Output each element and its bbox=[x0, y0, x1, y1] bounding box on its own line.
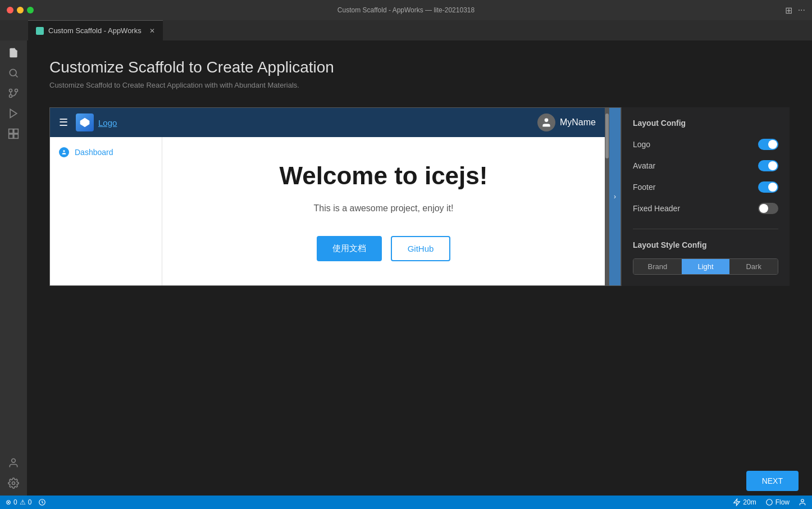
config-avatar-row: Avatar bbox=[633, 160, 778, 171]
scrollbar[interactable] bbox=[605, 108, 609, 285]
logo-toggle[interactable] bbox=[758, 139, 778, 150]
app-header: ☰ Logo bbox=[50, 108, 605, 137]
preview-container: ☰ Logo bbox=[49, 107, 790, 286]
account-icon[interactable] bbox=[6, 455, 21, 471]
style-brand-button[interactable]: Brand bbox=[633, 259, 682, 274]
svg-point-4 bbox=[15, 89, 18, 92]
welcome-buttons: 使用文档 GitHub bbox=[317, 236, 451, 261]
main-layout: Customize Scaffold to Create Application… bbox=[0, 40, 812, 496]
svg-marker-5 bbox=[10, 110, 17, 118]
svg-rect-7 bbox=[14, 129, 19, 134]
tab-close-button[interactable]: ✕ bbox=[149, 27, 155, 35]
footer-toggle[interactable] bbox=[758, 181, 778, 193]
run-icon[interactable] bbox=[6, 106, 21, 121]
config-logo-row: Logo bbox=[633, 139, 778, 150]
right-panel: Layout Config Logo Avatar bbox=[621, 107, 790, 286]
page-title: Customize Scaffold to Create Application bbox=[49, 58, 790, 76]
errors-indicator[interactable]: ⊗ 0 ⚠ 0 bbox=[6, 498, 31, 506]
user-avatar: MyName bbox=[537, 113, 596, 131]
svg-point-0 bbox=[10, 69, 16, 76]
source-control-icon[interactable] bbox=[6, 85, 21, 101]
avatar-image bbox=[537, 113, 555, 131]
active-tab[interactable]: Custom Scaffold - AppWorks ✕ bbox=[28, 20, 163, 40]
welcome-title: Welcome to icejs! bbox=[280, 162, 488, 190]
style-config-title: Layout Style Config bbox=[633, 240, 778, 249]
editor-content: Customize Scaffold to Create Application… bbox=[27, 40, 812, 496]
titlebar-title: Custom Scaffold - AppWorks — lite-202103… bbox=[337, 6, 475, 14]
tabbar: Custom Scaffold - AppWorks ✕ bbox=[0, 20, 812, 40]
more-actions-icon[interactable]: ··· bbox=[798, 5, 805, 16]
dashboard-icon bbox=[59, 147, 69, 157]
time-label: 20m bbox=[743, 498, 756, 506]
svg-line-1 bbox=[16, 75, 18, 78]
config-avatar-label: Avatar bbox=[633, 161, 655, 170]
style-light-button[interactable]: Light bbox=[682, 259, 730, 274]
style-dark-button[interactable]: Dark bbox=[729, 259, 778, 274]
toggle-knob bbox=[768, 140, 777, 149]
time-indicator: 20m bbox=[733, 498, 756, 506]
search-icon[interactable] bbox=[6, 65, 21, 81]
split-editor-icon[interactable]: ⊞ bbox=[785, 5, 792, 16]
svg-rect-6 bbox=[9, 129, 13, 134]
collapse-panel-button[interactable]: › bbox=[609, 108, 621, 285]
flow-indicator: Flow bbox=[765, 498, 790, 506]
svg-point-11 bbox=[12, 482, 15, 485]
titlebar-actions: ⊞ ··· bbox=[785, 5, 805, 16]
maximize-button[interactable] bbox=[27, 7, 34, 13]
app-sidebar: Dashboard bbox=[50, 137, 162, 285]
error-icon: ⊗ bbox=[6, 498, 11, 506]
scrollbar-thumb bbox=[605, 113, 609, 158]
app-main-content: Welcome to icejs! This is a awesome proj… bbox=[162, 137, 605, 285]
activity-bar-bottom bbox=[6, 455, 21, 496]
app-logo: Logo bbox=[76, 113, 117, 131]
svg-point-10 bbox=[12, 459, 16, 463]
history-icon[interactable] bbox=[38, 498, 46, 506]
app-body: Dashboard Welcome to icejs! This is a aw… bbox=[50, 137, 605, 285]
next-button-container: NEXT bbox=[746, 471, 799, 491]
titlebar: Custom Scaffold - AppWorks — lite-202103… bbox=[0, 0, 812, 20]
settings-icon[interactable] bbox=[6, 475, 21, 491]
preview-frame: ☰ Logo bbox=[50, 108, 605, 285]
svg-point-17 bbox=[801, 499, 804, 502]
tab-label: Custom Scaffold - AppWorks bbox=[48, 26, 142, 35]
files-icon[interactable] bbox=[6, 45, 21, 61]
warning-icon: ⚠ bbox=[20, 498, 26, 506]
error-count: 0 bbox=[13, 498, 17, 506]
menu-icon[interactable]: ☰ bbox=[59, 116, 68, 129]
activity-bar bbox=[0, 40, 27, 496]
svg-point-16 bbox=[766, 499, 772, 506]
tab-icon bbox=[36, 27, 44, 35]
github-button[interactable]: GitHub bbox=[391, 236, 451, 261]
minimize-button[interactable] bbox=[17, 7, 24, 13]
flow-label: Flow bbox=[775, 498, 790, 506]
status-right: 20m Flow bbox=[733, 498, 806, 506]
docs-button[interactable]: 使用文档 bbox=[317, 236, 382, 261]
svg-rect-8 bbox=[9, 134, 13, 139]
extensions-icon[interactable] bbox=[6, 126, 21, 142]
config-fixed-header-label: Fixed Header bbox=[633, 204, 680, 213]
svg-rect-9 bbox=[14, 134, 19, 139]
fixed-header-toggle[interactable] bbox=[758, 203, 778, 214]
style-buttons: Brand Light Dark bbox=[633, 258, 778, 275]
status-bar: ⊗ 0 ⚠ 0 20m Flow bbox=[0, 496, 812, 509]
close-button[interactable] bbox=[7, 7, 13, 13]
config-logo-label: Logo bbox=[633, 140, 650, 149]
user-icon bbox=[799, 498, 806, 506]
logo-image bbox=[76, 113, 94, 131]
welcome-subtitle: This is a awesome project, enjoy it! bbox=[314, 203, 454, 213]
svg-point-14 bbox=[63, 150, 65, 152]
config-fixed-header-row: Fixed Header bbox=[633, 203, 778, 214]
avatar-toggle[interactable] bbox=[758, 160, 778, 171]
next-button[interactable]: NEXT bbox=[746, 471, 799, 491]
config-footer-label: Footer bbox=[633, 183, 655, 192]
avatar-name: MyName bbox=[560, 117, 596, 128]
toggle-knob-4 bbox=[759, 204, 768, 213]
sidebar-item-dashboard[interactable]: Dashboard bbox=[50, 142, 162, 163]
page-subtitle: Customize Scaffold to Create React Appli… bbox=[49, 81, 790, 89]
svg-point-13 bbox=[545, 119, 549, 122]
svg-point-3 bbox=[10, 95, 12, 98]
divider bbox=[633, 229, 778, 229]
layout-config-title: Layout Config bbox=[633, 119, 778, 128]
logo-label: Logo bbox=[98, 118, 117, 128]
warning-count: 0 bbox=[28, 498, 32, 506]
